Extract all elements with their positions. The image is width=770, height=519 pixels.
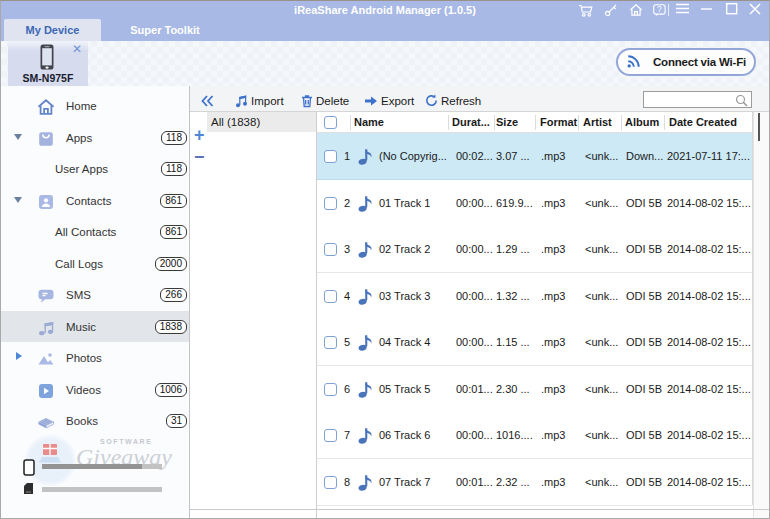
svg-text:?: ?: [657, 4, 662, 14]
